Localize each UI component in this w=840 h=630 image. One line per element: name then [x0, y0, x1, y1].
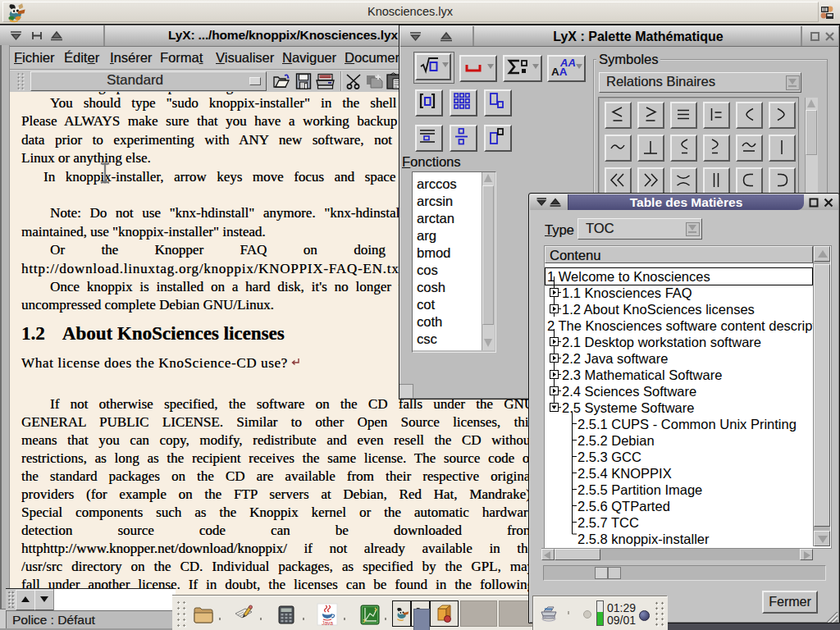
svg-text:Java: Java — [322, 620, 333, 626]
